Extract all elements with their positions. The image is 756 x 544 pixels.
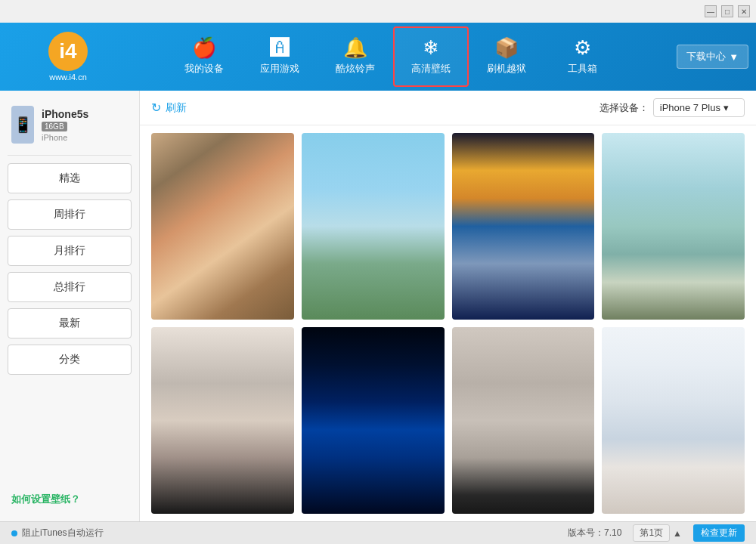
wallpaper-item-8[interactable] [602, 327, 745, 514]
title-bar: — □ ✕ [0, 0, 756, 23]
nav-jailbreak-label: 刷机越狱 [487, 62, 526, 76]
device-info: 📱 iPhone5s 16GB iPhone [8, 98, 132, 156]
minimize-button[interactable]: — [705, 5, 717, 17]
nav-tools[interactable]: ⚙ 工具箱 [544, 26, 620, 87]
monthly-button[interactable]: 月排行 [8, 236, 132, 266]
header-right: 下载中心 ▼ [658, 45, 748, 69]
category-button[interactable]: 分类 [8, 345, 132, 375]
logo-area: i4 www.i4.cn [8, 32, 129, 82]
device-icon: 📱 [11, 106, 34, 144]
maximize-button[interactable]: □ [721, 5, 733, 17]
header: i4 www.i4.cn 🍎 我的设备 🅰 应用游戏 🔔 酷炫铃声 ❄ 高清壁纸… [0, 23, 756, 91]
apple-icon: 🍎 [192, 38, 216, 57]
check-update-button[interactable]: 检查更新 [693, 524, 745, 542]
bell-icon: 🔔 [343, 38, 367, 57]
wallpaper-item-7[interactable] [452, 327, 595, 514]
apps-icon: 🅰 [270, 38, 290, 57]
wallpaper-item-5[interactable] [151, 327, 294, 514]
wallpaper-item-2[interactable] [302, 133, 445, 320]
device-select-area: 选择设备： iPhone 7 Plus ▾ [600, 98, 745, 117]
logo-icon: i4 [48, 32, 88, 71]
chevron-down-icon: ▾ [723, 102, 729, 113]
status-right: 版本号：7.10 第1页 ▲ 检查更新 [568, 524, 745, 542]
nav-apps-games[interactable]: 🅰 应用游戏 [242, 26, 318, 87]
content-area: ↻ 刷新 选择设备： iPhone 7 Plus ▾ [140, 91, 756, 521]
device-select-label: 选择设备： [600, 101, 649, 115]
gear-icon: ⚙ [574, 38, 591, 57]
newest-button[interactable]: 最新 [8, 308, 132, 338]
device-name: iPhone5s [42, 108, 88, 120]
page-indicator: 第1页 ▲ [633, 524, 682, 542]
device-select-value: iPhone 7 Plus [660, 102, 720, 113]
package-icon: 📦 [494, 38, 519, 57]
all-button[interactable]: 总排行 [8, 272, 132, 302]
download-icon: ▼ [729, 51, 739, 63]
version-text: 版本号：7.10 [568, 527, 621, 539]
content-header: ↻ 刷新 选择设备： iPhone 7 Plus ▾ [140, 91, 756, 125]
nav-bar: 🍎 我的设备 🅰 应用游戏 🔔 酷炫铃声 ❄ 高清壁纸 📦 刷机越狱 ⚙ 工具箱 [129, 26, 658, 87]
itunes-status-text: 阻止iTunes自动运行 [22, 527, 104, 539]
sidebar: 📱 iPhone5s 16GB iPhone 精选 周排行 月排行 总排行 最新… [0, 91, 140, 521]
nav-my-device[interactable]: 🍎 我的设备 [166, 26, 242, 87]
refresh-button[interactable]: ↻ 刷新 [151, 100, 187, 115]
nav-jailbreak[interactable]: 📦 刷机越狱 [469, 26, 544, 87]
nav-wallpapers[interactable]: ❄ 高清壁纸 [393, 26, 469, 87]
status-bar: 阻止iTunes自动运行 版本号：7.10 第1页 ▲ 检查更新 [0, 521, 756, 544]
nav-ringtones[interactable]: 🔔 酷炫铃声 [318, 26, 393, 87]
logo-url: www.i4.cn [49, 73, 87, 82]
close-button[interactable]: ✕ [738, 5, 750, 17]
wallpaper-item-3[interactable] [452, 133, 595, 320]
device-type: iPhone [42, 133, 88, 142]
refresh-icon: ↻ [151, 100, 161, 115]
nav-wallpapers-label: 高清壁纸 [411, 62, 451, 76]
nav-ringtones-label: 酷炫铃声 [336, 62, 375, 76]
device-details: iPhone5s 16GB iPhone [42, 108, 88, 142]
main-area: 📱 iPhone5s 16GB iPhone 精选 周排行 月排行 总排行 最新… [0, 91, 756, 521]
device-storage: 16GB [42, 122, 67, 131]
status-left: 阻止iTunes自动运行 [11, 527, 104, 539]
weekly-button[interactable]: 周排行 [8, 199, 132, 230]
nav-apps-label: 应用游戏 [260, 62, 299, 76]
page-label: 第1页 [633, 524, 670, 542]
download-center-button[interactable]: 下载中心 ▼ [677, 45, 748, 69]
featured-button[interactable]: 精选 [8, 163, 132, 193]
status-indicator [11, 530, 17, 536]
nav-my-device-label: 我的设备 [184, 62, 224, 76]
wallpaper-help-link[interactable]: 如何设置壁纸？ [8, 485, 132, 514]
nav-tools-label: 工具箱 [568, 62, 597, 76]
wallpaper-item-6[interactable] [302, 327, 445, 514]
wallpaper-item-1[interactable] [151, 133, 294, 320]
wallpaper-grid [140, 125, 756, 521]
wallpaper-item-4[interactable] [602, 133, 745, 320]
refresh-label: 刷新 [166, 101, 187, 115]
snowflake-icon: ❄ [423, 38, 439, 57]
page-up-icon[interactable]: ▲ [673, 528, 682, 539]
device-select-dropdown[interactable]: iPhone 7 Plus ▾ [653, 98, 745, 117]
